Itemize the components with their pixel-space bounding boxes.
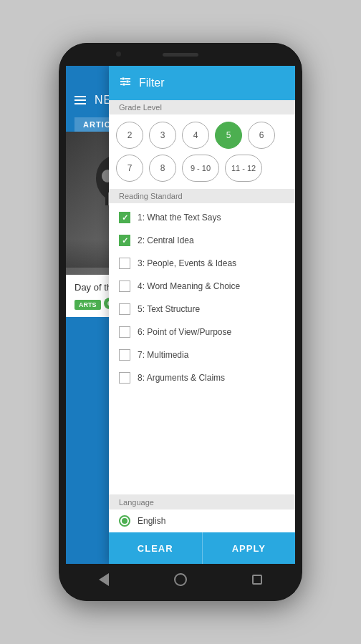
- checkbox-3[interactable]: [119, 258, 130, 269]
- checkbox-1[interactable]: [119, 212, 130, 223]
- hamburger-menu-icon[interactable]: [74, 96, 86, 104]
- grade-btn-11-12[interactable]: 11 - 12: [225, 155, 262, 182]
- standard-item-2[interactable]: 2: Central Idea: [109, 229, 295, 252]
- checkbox-4[interactable]: [119, 280, 130, 292]
- back-icon: [99, 573, 109, 586]
- home-button[interactable]: [172, 571, 189, 588]
- apply-button[interactable]: APPLY: [202, 532, 296, 564]
- grade-btn-2[interactable]: 2: [116, 122, 143, 149]
- checkbox-5[interactable]: [119, 303, 130, 315]
- front-camera: [116, 52, 121, 57]
- bottom-navigation: [66, 564, 295, 595]
- grade-btn-3[interactable]: 3: [149, 122, 176, 149]
- filter-overlay: Filter Grade Level 2 3 4 5 6 7 8 9 - 10 …: [109, 66, 295, 564]
- standard-text-5: 5: Text Structure: [138, 304, 200, 314]
- svg-point-18: [122, 77, 125, 80]
- standard-item-4[interactable]: 4: Word Meaning & Choice: [109, 275, 295, 298]
- language-label: Language: [109, 495, 295, 509]
- language-english-item[interactable]: English: [109, 509, 295, 532]
- grade-btn-7[interactable]: 7: [116, 155, 143, 182]
- screen: 4G ▲ 🔋 10:27 NEWSE ARTICLES: [66, 66, 295, 564]
- phone-bottom-bezel: [59, 595, 302, 601]
- recents-button[interactable]: [249, 571, 266, 588]
- language-section: Language English: [109, 494, 295, 532]
- standard-text-7: 7: Multimedia: [138, 350, 188, 360]
- back-button[interactable]: [95, 571, 112, 588]
- grade-btn-5[interactable]: 5: [215, 122, 242, 149]
- filter-actions: CLEAR APPLY: [109, 532, 295, 564]
- checkbox-8[interactable]: [119, 372, 130, 384]
- checkbox-6[interactable]: [119, 326, 130, 338]
- standard-item-6[interactable]: 6: Point of View/Purpose: [109, 321, 295, 343]
- standard-text-2: 2: Central Idea: [138, 235, 194, 245]
- language-english-text: English: [138, 516, 165, 526]
- standard-text-8: 8: Arguments & Claims: [138, 373, 225, 383]
- phone-top-bezel: [59, 43, 302, 66]
- standard-item-7[interactable]: 7: Multimedia: [109, 343, 295, 366]
- grade-btn-9-10[interactable]: 9 - 10: [182, 155, 219, 182]
- standard-item-5[interactable]: 5: Text Structure: [109, 298, 295, 321]
- standard-item-8[interactable]: 8: Arguments & Claims: [109, 366, 295, 389]
- grade-btn-8[interactable]: 8: [149, 155, 176, 182]
- standard-item-1[interactable]: 1: What the Text Says: [109, 206, 295, 229]
- speaker: [163, 53, 198, 57]
- filter-title: Filter: [139, 77, 165, 89]
- phone-frame: 4G ▲ 🔋 10:27 NEWSE ARTICLES: [59, 43, 302, 601]
- standard-text-3: 3: People, Events & Ideas: [138, 258, 236, 268]
- arts-tag: ARTS: [74, 300, 101, 310]
- home-icon: [174, 573, 187, 586]
- recents-icon: [252, 575, 262, 585]
- grade-level-label: Grade Level: [109, 100, 295, 114]
- svg-point-20: [122, 83, 125, 86]
- checkbox-2[interactable]: [119, 235, 130, 246]
- checkbox-7[interactable]: [119, 349, 130, 361]
- svg-point-19: [126, 80, 129, 83]
- filter-icon: [119, 75, 132, 92]
- standard-text-1: 1: What the Text Says: [138, 213, 221, 223]
- standard-item-3[interactable]: 3: People, Events & Ideas: [109, 252, 295, 275]
- grade-buttons-container: 2 3 4 5 6 7 8 9 - 10 11 - 12: [109, 114, 295, 189]
- grade-btn-6[interactable]: 6: [248, 122, 275, 149]
- standard-text-6: 6: Point of View/Purpose: [138, 327, 231, 337]
- radio-english[interactable]: [119, 515, 130, 527]
- grade-btn-4[interactable]: 4: [182, 122, 209, 149]
- filter-header: Filter: [109, 66, 295, 100]
- clear-button[interactable]: CLEAR: [109, 532, 202, 564]
- reading-standard-label: Reading Standard: [109, 189, 295, 203]
- standard-text-4: 4: Word Meaning & Choice: [138, 281, 240, 291]
- reading-standards-list: 1: What the Text Says 2: Central Idea 3:…: [109, 203, 295, 494]
